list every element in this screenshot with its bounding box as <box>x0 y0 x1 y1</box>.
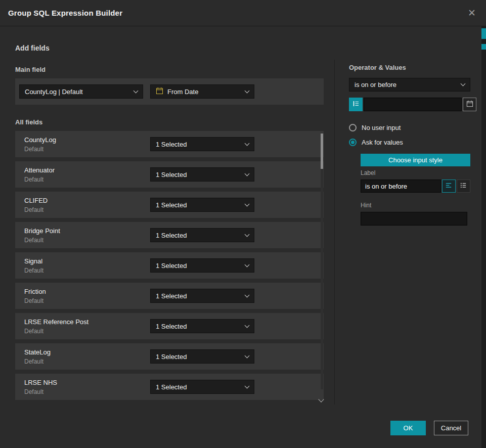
field-name: LRSE Reference Post <box>24 318 150 326</box>
field-select[interactable]: 1 Selected <box>150 137 254 151</box>
field-select-label: 1 Selected <box>156 141 187 148</box>
chevron-down-icon <box>318 396 324 402</box>
field-labels: LRSE NHS Default <box>24 379 150 395</box>
field-select-label: 1 Selected <box>156 353 187 361</box>
all-fields-label: All fields <box>15 118 42 126</box>
close-icon: ✕ <box>468 8 476 18</box>
field-row: Friction Default 1 Selected <box>15 283 324 309</box>
chevron-down-icon <box>245 88 250 93</box>
align-left-icon <box>445 182 453 191</box>
calendar-icon <box>156 87 163 96</box>
field-select-label: 1 Selected <box>156 292 187 300</box>
field-row: Signal Default 1 Selected <box>15 252 324 279</box>
date-field-select-label: From Date <box>167 88 198 96</box>
choose-input-style-button[interactable]: Choose input style <box>361 154 470 166</box>
chevron-down-icon <box>245 383 250 388</box>
value-row <box>349 98 470 111</box>
field-sub: Default <box>24 267 150 274</box>
chevron-down-icon <box>245 141 250 146</box>
field-select[interactable]: 1 Selected <box>150 228 254 242</box>
field-row: StateLog Default 1 Selected <box>15 343 324 370</box>
chevron-down-icon <box>245 171 250 176</box>
field-sub: Default <box>24 146 150 153</box>
page-scrollbar[interactable] <box>481 26 486 448</box>
field-labels: CountyLog Default <box>24 136 150 153</box>
field-select[interactable]: 1 Selected <box>150 289 254 303</box>
layer-select-label: CountyLog | Default <box>25 88 83 96</box>
date-picker-button[interactable] <box>463 98 476 111</box>
main-field-label: Main field <box>15 66 46 73</box>
field-row: CLIFED Default 1 Selected <box>15 192 324 218</box>
ask-for-values-label: Ask for values <box>362 139 403 146</box>
scrollbar-mark <box>481 44 486 50</box>
calendar-icon <box>466 100 473 109</box>
field-labels: LRSE Reference Post Default <box>24 318 150 335</box>
layer-select[interactable]: CountyLog | Default <box>19 84 143 99</box>
radio-unchecked-icon <box>349 124 357 131</box>
hint-input[interactable] <box>361 212 467 226</box>
scrollbar-thumb[interactable] <box>321 133 323 169</box>
label-caption: Label <box>361 169 375 176</box>
field-labels: Attenuator Default <box>24 166 150 183</box>
field-row: CountyLog Default 1 Selected <box>15 131 324 157</box>
field-sub: Default <box>24 297 150 304</box>
operator-values-heading: Operator & Values <box>349 64 406 71</box>
close-button[interactable]: ✕ <box>468 8 476 18</box>
chevron-down-icon <box>245 232 250 237</box>
field-sub: Default <box>24 388 150 395</box>
field-select-label: 1 Selected <box>156 171 187 178</box>
field-sub: Default <box>24 358 150 365</box>
field-row: Bridge Point Default 1 Selected <box>15 222 324 248</box>
field-select-label: 1 Selected <box>156 323 187 330</box>
field-name: CLIFED <box>24 197 150 204</box>
ask-for-values-radio[interactable]: Ask for values <box>349 139 403 146</box>
label-style-text-button[interactable] <box>442 180 456 193</box>
field-labels: StateLog Default <box>24 348 150 365</box>
chevron-down-icon <box>245 323 250 328</box>
chevron-down-icon <box>245 353 250 358</box>
operator-select[interactable]: is on or before <box>349 78 470 92</box>
field-name: LRSE NHS <box>24 379 150 386</box>
label-input[interactable] <box>361 180 441 193</box>
main-field-panel: CountyLog | Default From Date <box>15 78 324 105</box>
no-user-input-radio[interactable]: No user input <box>349 124 401 131</box>
label-style-list-button[interactable] <box>457 180 470 193</box>
field-labels: Friction Default <box>24 288 150 304</box>
chevron-down-icon <box>245 262 250 267</box>
value-input[interactable] <box>364 98 462 111</box>
ok-button[interactable]: OK <box>390 421 426 435</box>
chevron-down-icon <box>134 88 139 93</box>
dialog-header: Group SQL Expression Builder ✕ <box>0 0 486 26</box>
field-select-label: 1 Selected <box>156 383 187 391</box>
chevron-down-icon <box>245 201 250 206</box>
field-select-label: 1 Selected <box>156 232 187 239</box>
chevron-down-icon <box>245 292 250 297</box>
scroll-down-button[interactable] <box>317 395 325 402</box>
date-field-select[interactable]: From Date <box>150 84 254 99</box>
field-labels: Bridge Point Default <box>24 227 150 244</box>
radio-checked-icon <box>349 139 357 146</box>
field-select[interactable]: 1 Selected <box>150 349 254 364</box>
field-select[interactable]: 1 Selected <box>150 198 254 212</box>
all-fields-list: CountyLog Default 1 Selected Attenuator … <box>15 131 324 404</box>
field-name: Signal <box>24 257 150 265</box>
field-select[interactable]: 1 Selected <box>150 167 254 182</box>
field-name: Friction <box>24 288 150 295</box>
operator-select-label: is on or before <box>355 81 396 88</box>
field-row: LRSE NHS Default 1 Selected <box>15 374 324 400</box>
add-fields-heading: Add fields <box>15 44 50 52</box>
form-field-icon <box>352 100 360 109</box>
field-select[interactable]: 1 Selected <box>150 380 254 394</box>
scrollbar-mark <box>481 28 486 39</box>
field-select[interactable]: 1 Selected <box>150 258 254 273</box>
list-scrollbar[interactable] <box>321 133 323 389</box>
dialog-title: Group SQL Expression Builder <box>8 9 122 17</box>
field-select[interactable]: 1 Selected <box>150 319 254 333</box>
bulleted-list-icon <box>460 182 467 191</box>
field-select-label: 1 Selected <box>156 201 187 209</box>
cancel-button[interactable]: Cancel <box>434 421 468 435</box>
field-sub: Default <box>24 328 150 335</box>
field-row: LRSE Reference Post Default 1 Selected <box>15 313 324 339</box>
field-input-mode-button[interactable] <box>349 98 363 111</box>
field-name: Bridge Point <box>24 227 150 235</box>
